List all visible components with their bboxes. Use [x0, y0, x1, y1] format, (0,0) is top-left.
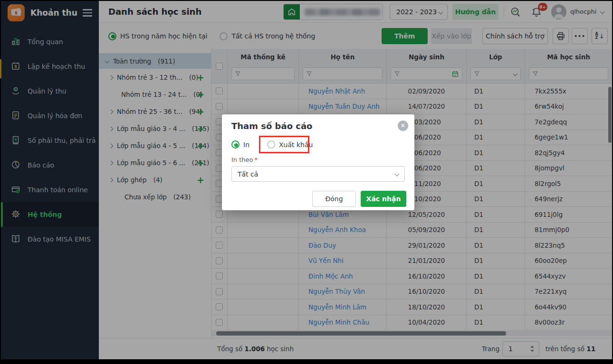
required-asterisk: * [255, 156, 258, 163]
radio-selected-icon [231, 140, 239, 149]
chevron-down-icon [395, 172, 400, 177]
close-button[interactable]: Đóng [312, 191, 356, 207]
dialog-title: Tham số báo cáo [231, 121, 312, 131]
close-icon[interactable]: ✕ [398, 121, 408, 131]
print-by-select[interactable]: Tất cả [231, 166, 405, 182]
print-by-select-value: Tất cả [238, 170, 395, 178]
report-parameters-dialog: Tham số báo cáo ✕ In Xuất khẩu In theo* … [222, 114, 414, 210]
print-by-label: In theo* [231, 156, 258, 163]
screenshot-frame: $ Khoản thu Tổng quan $ Lập kế hoạch thu… [0, 0, 613, 364]
red-highlight-annotation [259, 136, 309, 153]
radio-print[interactable]: In [231, 140, 249, 149]
radio-label: In [243, 141, 249, 149]
confirm-button[interactable]: Xác nhận [361, 191, 406, 207]
